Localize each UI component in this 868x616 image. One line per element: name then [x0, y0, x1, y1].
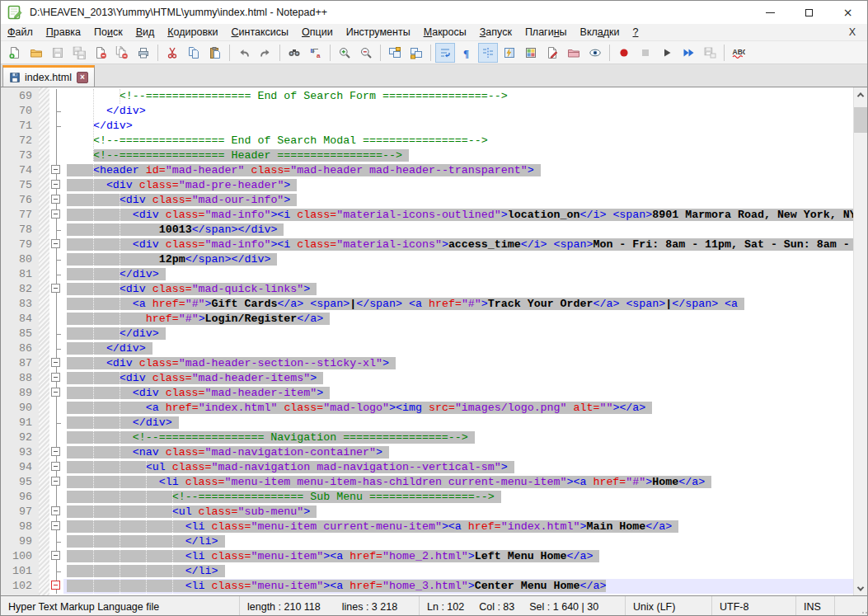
fold-collapse-icon[interactable] — [49, 356, 63, 371]
close-document-x[interactable]: X — [849, 26, 867, 38]
fold-collapse-icon[interactable] — [49, 445, 63, 460]
vertical-scrollbar[interactable] — [853, 87, 867, 595]
line-number[interactable]: 69 — [1, 89, 32, 104]
line-number[interactable]: 94 — [1, 460, 32, 475]
user-defined-language-button[interactable] — [542, 43, 562, 63]
line-number[interactable]: 99 — [1, 534, 32, 549]
save-macro-button[interactable] — [700, 43, 720, 63]
menu-help[interactable]: ? — [626, 25, 645, 40]
code-line[interactable]: <!--================ Sub Menu ==========… — [63, 490, 853, 505]
line-number[interactable]: 70 — [1, 104, 32, 119]
code-line[interactable]: </li> — [63, 534, 853, 549]
code-line[interactable]: <div class="mad-quick-links"> — [63, 282, 853, 297]
line-number[interactable]: 78 — [1, 223, 32, 237]
code-line[interactable]: <header id="mad-header" class="mad-heade… — [63, 163, 853, 178]
code-line[interactable]: </div> — [63, 104, 853, 119]
line-number[interactable]: 84 — [1, 312, 32, 327]
folder-as-workspace-button[interactable] — [564, 43, 584, 63]
scrollbar-track[interactable] — [854, 101, 867, 581]
fold-collapse-icon[interactable] — [49, 520, 63, 534]
find-button[interactable] — [284, 43, 304, 63]
sync-vertical-scroll-button[interactable] — [385, 43, 405, 63]
fold-collapse-icon[interactable] — [49, 193, 63, 208]
fold-collapse-icon[interactable] — [49, 386, 63, 401]
code-line[interactable]: <li class="menu-item"><a href="home_2.ht… — [63, 549, 853, 564]
show-indent-guide-button[interactable] — [478, 43, 498, 63]
code-line[interactable]: href="#">Login/Register</a> — [63, 312, 853, 327]
record-macro-button[interactable] — [614, 43, 634, 63]
document-map-button[interactable] — [500, 43, 519, 63]
code-line[interactable]: <div class="mad-header-item"> — [63, 386, 853, 401]
line-number[interactable]: 86 — [1, 341, 32, 356]
code-line[interactable]: <nav class="mad-navigation-container"> — [63, 445, 853, 460]
sync-horizontal-scroll-button[interactable] — [406, 43, 426, 63]
fold-collapse-icon[interactable] — [49, 237, 63, 252]
code-line[interactable]: </div> — [63, 267, 853, 282]
line-number[interactable]: 71 — [1, 119, 32, 134]
line-number[interactable]: 89 — [1, 386, 32, 401]
spell-check-button[interactable]: ABC — [729, 43, 748, 63]
undo-button[interactable] — [234, 43, 254, 63]
save-all-button[interactable] — [69, 43, 89, 63]
run-macro-multiple-button[interactable] — [678, 43, 698, 63]
line-number[interactable]: 96 — [1, 490, 32, 505]
fold-collapse-icon[interactable] — [49, 163, 63, 178]
menu-macro[interactable]: Макросы — [417, 25, 473, 40]
menu-language[interactable]: Синтаксисы — [225, 25, 296, 40]
code-line[interactable]: <div class="mad-info"><i class="material… — [63, 237, 853, 252]
close-file-button[interactable] — [91, 43, 110, 63]
menu-encoding[interactable]: Кодировки — [161, 25, 224, 40]
tab-index-html[interactable]: index.html × — [2, 65, 95, 87]
menu-settings[interactable]: Опции — [295, 25, 340, 40]
code-line[interactable]: <a href="#">Gift Cards</a> <span>|</span… — [63, 297, 853, 312]
line-number[interactable]: 88 — [1, 371, 32, 386]
code-line[interactable]: </li> — [63, 564, 853, 579]
line-number[interactable]: 81 — [1, 267, 32, 282]
code-line[interactable]: </div> — [63, 119, 853, 134]
fold-collapse-icon[interactable] — [49, 579, 63, 594]
line-number[interactable]: 76 — [1, 193, 32, 208]
menu-file[interactable]: Файл — [1, 25, 40, 40]
scroll-up-button[interactable] — [854, 87, 867, 101]
show-all-characters-button[interactable]: ¶ — [457, 43, 476, 63]
replace-button[interactable]: ba — [306, 43, 326, 63]
stop-recording-button[interactable] — [636, 43, 655, 63]
maximize-button[interactable] — [790, 1, 828, 24]
code-line[interactable]: <!--================ End of Search Modal… — [63, 134, 853, 148]
code-line[interactable]: <div class="mad-pre-header"> — [63, 178, 853, 193]
line-number[interactable]: 73 — [1, 148, 32, 163]
resize-grip-icon[interactable] — [862, 612, 864, 614]
scrollbar-thumb[interactable] — [854, 107, 867, 133]
code-line[interactable]: <li class="menu-item menu-item-has-child… — [63, 475, 853, 490]
menu-edit[interactable]: Правка — [40, 25, 87, 40]
code-line[interactable]: <div class="mad-info"><i class="material… — [63, 208, 853, 223]
fold-collapse-icon[interactable] — [49, 371, 63, 386]
code-line[interactable]: 10013</span></div> — [63, 223, 853, 237]
zoom-out-button[interactable] — [356, 43, 376, 63]
menu-run[interactable]: Запуск — [473, 25, 518, 40]
line-number[interactable]: 82 — [1, 282, 32, 297]
scroll-down-button[interactable] — [854, 581, 867, 595]
minimize-button[interactable] — [751, 1, 790, 24]
code-line[interactable]: </div> — [63, 341, 853, 356]
line-number[interactable]: 79 — [1, 237, 32, 252]
tab-close-icon[interactable]: × — [77, 72, 88, 83]
line-number[interactable]: 74 — [1, 163, 32, 178]
menu-search[interactable]: Поиск — [87, 25, 129, 40]
line-number[interactable]: 97 — [1, 505, 32, 520]
open-file-button[interactable] — [26, 43, 46, 63]
code-line[interactable]: 12pm</span></div> — [63, 252, 853, 267]
fold-collapse-icon[interactable] — [49, 505, 63, 520]
close-all-button[interactable] — [112, 43, 132, 63]
print-button[interactable] — [134, 43, 153, 63]
line-number[interactable]: 90 — [1, 401, 32, 416]
line-number[interactable]: 83 — [1, 297, 32, 312]
code-line[interactable]: </div> — [63, 327, 853, 341]
line-number[interactable]: 98 — [1, 520, 32, 534]
code-line[interactable]: <div class="mad-header-section--sticky-x… — [63, 356, 853, 371]
zoom-in-button[interactable] — [335, 43, 354, 63]
function-list-button[interactable] — [521, 43, 541, 63]
fold-collapse-icon[interactable] — [49, 178, 63, 193]
code-area[interactable]: <!--================ End of Search Form … — [63, 87, 853, 595]
code-line[interactable]: <ul class="sub-menu"> — [63, 505, 853, 520]
